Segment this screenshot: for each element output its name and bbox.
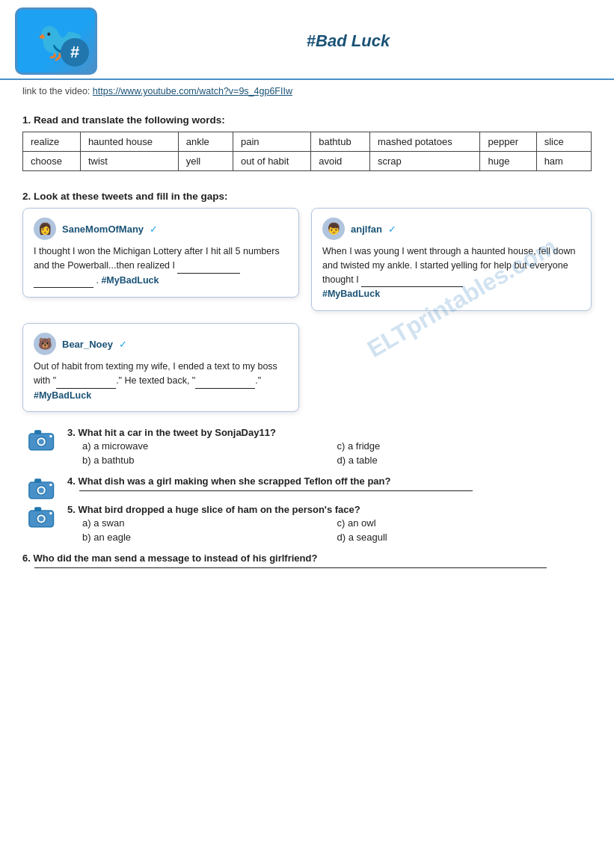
blank3a — [56, 374, 116, 389]
tweet-anjifan-hashtag: #MyBadLuck — [322, 289, 380, 299]
tweet-bearnoey-header: 🐻 Bear_Noey ✓ — [34, 333, 288, 355]
tweet-bearnoey: 🐻 Bear_Noey ✓ Out of habit from texting … — [22, 323, 299, 412]
section6-blank — [34, 567, 547, 568]
svg-point-7 — [39, 487, 44, 493]
svg-point-2 — [39, 439, 44, 444]
video-label: link to the video: — [22, 86, 90, 96]
blank3b — [195, 374, 255, 389]
vocab-cell: twist — [80, 152, 178, 171]
section6-num: 6. — [22, 552, 31, 564]
section5-text: What bird dropped a huge slice of ham on… — [78, 504, 360, 515]
answer-item: b) an eagle — [82, 531, 337, 544]
svg-rect-3 — [34, 431, 41, 434]
hash-badge-icon: # — [61, 38, 89, 67]
tweet-sanemom-verified-icon: ✓ — [150, 224, 158, 235]
svg-point-9 — [49, 484, 52, 487]
tweet-sanemom-hashtag: #MyBadLuck — [101, 275, 159, 286]
tweet-anjifan-body: When I was young I went through a haunte… — [322, 244, 580, 301]
tweet-sanemom-body: I thought I won the Michigan Lottery aft… — [34, 244, 288, 288]
section5-answers: a) a swanc) an owlb) an eagled) a seagul… — [82, 517, 592, 544]
svg-rect-13 — [34, 508, 41, 511]
section6-title: 6. Who did the man send a message to ins… — [22, 552, 592, 564]
section5-col: 5. What bird dropped a huge slice of ham… — [22, 504, 592, 551]
vocab-cell: slice — [536, 132, 591, 152]
vocab-cell: avoid — [311, 152, 370, 171]
section4-blank — [79, 490, 473, 491]
section3-col: 3. What hit a car in the tweet by SonjaD… — [22, 427, 592, 474]
tweet-anjifan-avatar: 👦 — [322, 218, 345, 240]
vocab-cell: haunted house — [80, 132, 178, 152]
blank1b — [34, 274, 93, 289]
section1-title: 1. Read and translate the following word… — [22, 114, 592, 126]
tweet-anjifan: 👦 anjlfan ✓ When I was young I went thro… — [311, 208, 592, 311]
vocab-cell: ankle — [178, 132, 233, 152]
page-title: #Bad Luck — [97, 31, 599, 51]
tweets-section: 👩 SaneMomOfMany ✓ I thought I won the Mi… — [22, 208, 592, 412]
vocab-cell: pepper — [480, 132, 536, 152]
section4-row: 4. What dish was a girl making when she … — [22, 475, 592, 502]
tweet-sanemom: 👩 SaneMomOfMany ✓ I thought I won the Mi… — [22, 208, 299, 298]
vocab-cell: ham — [536, 152, 591, 171]
section2-row: 2. Look at these tweets and fill in the … — [22, 183, 592, 425]
answer-item: a) a swan — [82, 517, 337, 529]
blank2 — [361, 273, 462, 288]
answer-item: d) a seagull — [337, 531, 592, 544]
answer-item: c) a fridge — [337, 440, 592, 452]
vocab-cell: bathtub — [311, 132, 370, 152]
section5-title: 5. What bird dropped a huge slice of ham… — [67, 504, 592, 515]
vocab-cell: yell — [178, 152, 233, 171]
answer-item: b) a bathtub — [82, 454, 337, 467]
svg-point-14 — [49, 512, 52, 515]
section6-text: Who did the man send a message to instea… — [33, 552, 317, 564]
tweet-anjifan-header: 👦 anjlfan ✓ — [322, 218, 580, 240]
section3-num: 3. — [67, 427, 76, 438]
camera-icon-3 — [28, 428, 58, 452]
camera-icon-4 — [28, 477, 58, 501]
vocab-cell: scrap — [369, 152, 480, 171]
tweet-bearnoey-hashtag: #MyBadLuck — [34, 390, 91, 401]
section5-num: 5. — [67, 504, 76, 515]
tweet-bearnoey-body: Out of habit from texting my wife, I end… — [34, 360, 288, 402]
tweet-bearnoey-verified-icon: ✓ — [119, 339, 127, 350]
vocab-cell: realize — [23, 132, 81, 152]
tweet-anjifan-verified-icon: ✓ — [388, 224, 396, 235]
section2-title: 2. Look at these tweets and fill in the … — [22, 191, 592, 202]
tweet-sanemom-username: SaneMomOfMany — [62, 224, 144, 235]
video-link-row: link to the video: https://www.youtube.c… — [22, 86, 592, 96]
vocab-cell: mashed potatoes — [369, 132, 480, 152]
vocab-cell: huge — [480, 152, 536, 171]
section3-text: What hit a car in the tweet by SonjaDay1… — [78, 427, 275, 438]
section1-row: 1. Read and translate the following word… — [22, 107, 592, 182]
camera-icon-5 — [28, 505, 58, 529]
answer-item: c) an owl — [337, 517, 592, 529]
vocab-table: realizehaunted houseanklepainbathtubmash… — [22, 132, 592, 171]
section6-col: 6. Who did the man send a message to ins… — [22, 552, 592, 574]
svg-point-12 — [39, 516, 44, 521]
answer-item: d) a table — [337, 454, 592, 467]
section4-num: 4. — [67, 475, 76, 487]
section3-answers: a) a microwavec) a fridgeb) a bathtubd) … — [82, 440, 592, 467]
video-url[interactable]: https://www.youtube.com/watch?v=9s_4gp6F… — [93, 86, 292, 96]
section3-row: 3. What hit a car in the tweet by SonjaD… — [22, 427, 592, 474]
svg-point-4 — [49, 435, 52, 438]
tweet-sanemom-header: 👩 SaneMomOfMany ✓ — [34, 218, 288, 240]
blank1a — [177, 259, 239, 274]
vocab-cell: pain — [233, 132, 311, 152]
tweet-bearnoey-username: Bear_Noey — [62, 339, 113, 350]
section4-title: 4. What dish was a girl making when she … — [67, 475, 592, 487]
tweet-anjifan-username: anjlfan — [351, 224, 382, 235]
tweet-bearnoey-avatar: 🐻 — [34, 333, 56, 355]
section5-row: 5. What bird dropped a huge slice of ham… — [22, 504, 592, 551]
vocab-cell: out of habit — [233, 152, 311, 171]
twitter-logo: 🐦 # — [15, 7, 97, 75]
answer-item: a) a microwave — [82, 440, 337, 452]
tweet-sanemom-avatar: 👩 — [34, 218, 56, 240]
section6-row: 6. Who did the man send a message to ins… — [22, 552, 592, 574]
main-content: link to the video: https://www.youtube.c… — [0, 86, 614, 591]
vocab-cell: choose — [23, 152, 81, 171]
tweets-top-row: 👩 SaneMomOfMany ✓ I thought I won the Mi… — [22, 208, 592, 311]
section3-title: 3. What hit a car in the tweet by SonjaD… — [67, 427, 592, 438]
svg-rect-8 — [34, 479, 41, 483]
header: 🐦 # #Bad Luck — [0, 0, 614, 80]
section4-text: What dish was a girl making when she scr… — [78, 475, 390, 487]
